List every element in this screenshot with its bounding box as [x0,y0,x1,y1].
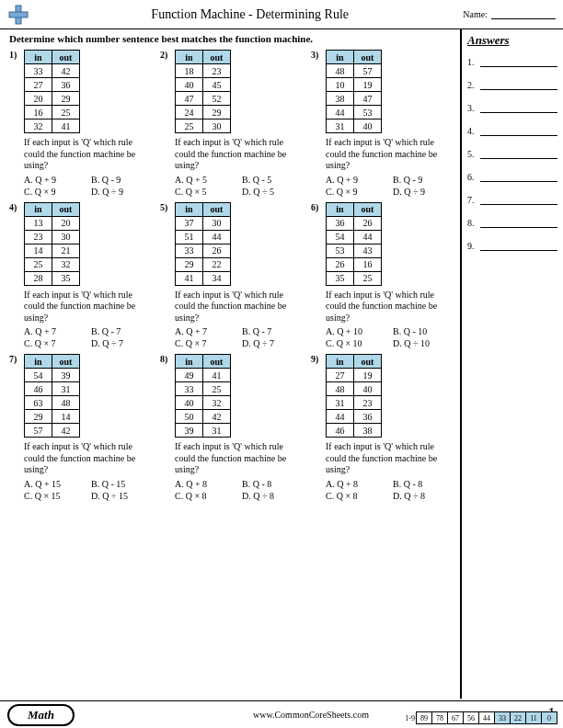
problem-number: 2) [160,50,167,60]
choice-option[interactable]: A. Q + 15 [24,479,86,489]
choice-option[interactable]: D. Q ÷ 8 [242,491,304,501]
choice-option[interactable]: B. Q - 9 [91,175,153,185]
answer-input-line[interactable] [480,219,557,228]
choice-option[interactable]: C. Q × 9 [24,187,86,197]
problem-number: 6) [311,202,318,212]
choice-option[interactable]: D. Q ÷ 15 [91,491,153,501]
in-header: in [25,51,52,64]
in-cell: 32 [25,119,52,133]
in-cell: 47 [176,92,203,106]
out-cell: 41 [52,119,80,133]
answer-input-line[interactable] [480,242,557,251]
out-cell: 32 [52,257,80,271]
choice-option[interactable]: D. Q ÷ 9 [91,187,153,197]
name-input-line[interactable] [491,10,556,19]
answer-input-line[interactable] [480,150,557,159]
answer-row-3: 3. [467,103,557,113]
answer-input-line[interactable] [480,81,557,90]
choice-option[interactable]: B. Q - 15 [91,479,153,489]
page-title: Function Machine - Determining Rule [37,7,463,22]
choice-option[interactable]: A. Q + 5 [175,175,236,185]
io-table: inout27194840312344364638 [326,354,382,438]
choice-option[interactable]: A. Q + 10 [326,326,387,336]
answer-input-line[interactable] [480,173,557,182]
in-cell: 51 [176,230,203,244]
choice-option[interactable]: C. Q × 8 [175,491,236,501]
in-cell: 31 [327,119,354,133]
in-cell: 40 [176,396,203,410]
choice-option[interactable]: B. Q - 7 [91,326,153,336]
in-cell: 26 [327,257,354,271]
in-cell: 41 [176,271,203,285]
problem-6: 6)inout36265444534326163525If each input… [311,202,454,349]
out-cell: 19 [354,78,382,92]
choice-option[interactable]: A. Q + 8 [326,479,387,489]
choice-option[interactable]: A. Q + 7 [175,326,236,336]
choice-option[interactable]: C. Q × 7 [24,338,86,348]
in-cell: 27 [25,78,52,92]
out-cell: 31 [52,382,80,396]
in-cell: 29 [25,410,52,424]
in-cell: 46 [327,424,354,438]
in-cell: 35 [327,271,354,285]
in-header: in [327,355,354,369]
choice-option[interactable]: C. Q × 15 [24,491,86,501]
out-cell: 30 [203,119,231,133]
out-cell: 48 [52,396,80,410]
choice-option[interactable]: D. Q ÷ 7 [91,338,153,348]
io-table: inout49413325403250423931 [175,354,231,438]
out-header: out [354,355,382,369]
out-cell: 32 [203,396,231,410]
out-cell: 43 [354,244,382,257]
problem-number: 5) [160,202,167,212]
answer-row-9: 9. [467,241,557,251]
choice-option[interactable]: B. Q - 8 [242,479,304,489]
choice-option[interactable]: B. Q - 5 [242,175,304,185]
choice-option[interactable]: B. Q - 9 [393,175,454,185]
answer-input-line[interactable] [480,104,557,113]
in-header: in [176,51,203,64]
choice-option[interactable]: D. Q ÷ 8 [393,491,454,501]
in-cell: 38 [327,92,354,106]
choice-option[interactable]: C. Q × 8 [326,491,387,501]
choice-option[interactable]: C. Q × 10 [326,338,387,348]
io-table: inout54394631634829145742 [24,354,80,438]
choice-option[interactable]: B. Q - 7 [242,326,304,336]
problem-1: 1)inout33422736202916253241If each input… [9,50,153,197]
question-text: If each input is 'Q' which rule could th… [24,441,153,476]
choice-option[interactable]: D. Q ÷ 10 [393,338,454,348]
in-cell: 25 [176,119,203,133]
in-cell: 49 [176,369,203,382]
answer-input-line[interactable] [480,58,557,67]
io-table: inout18234045475224292530 [175,50,231,133]
answer-input-line[interactable] [480,196,557,205]
out-cell: 39 [52,369,80,382]
answer-number: 6. [467,172,480,182]
out-cell: 14 [52,410,80,424]
choice-option[interactable]: A. Q + 8 [175,479,236,489]
choice-option[interactable]: C. Q × 5 [175,187,236,197]
choice-option[interactable]: A. Q + 9 [24,175,86,185]
out-cell: 42 [52,424,80,438]
in-cell: 53 [327,244,354,257]
choice-option[interactable]: D. Q ÷ 5 [242,187,304,197]
out-cell: 53 [354,106,382,119]
choice-option[interactable]: B. Q - 8 [393,479,454,489]
in-cell: 33 [176,382,203,396]
score-cell: 78 [431,711,448,724]
score-strip: 1-9 89786756443322110 [405,711,557,724]
choice-option[interactable]: D. Q ÷ 9 [393,187,454,197]
choice-option[interactable]: A. Q + 7 [24,326,86,336]
choice-option[interactable]: C. Q × 9 [326,187,387,197]
choice-option[interactable]: D. Q ÷ 7 [242,338,304,348]
choices: A. Q + 8B. Q - 8C. Q × 8D. Q ÷ 8 [175,479,304,501]
problem-2: 2)inout18234045475224292530If each input… [160,50,304,197]
answer-number: 7. [467,195,480,205]
in-cell: 25 [25,257,52,271]
choice-option[interactable]: A. Q + 9 [326,175,387,185]
out-cell: 26 [354,216,382,230]
choice-option[interactable]: B. Q - 10 [393,326,454,336]
answer-input-line[interactable] [480,127,557,136]
out-cell: 41 [203,369,231,382]
choice-option[interactable]: C. Q × 7 [175,338,236,348]
